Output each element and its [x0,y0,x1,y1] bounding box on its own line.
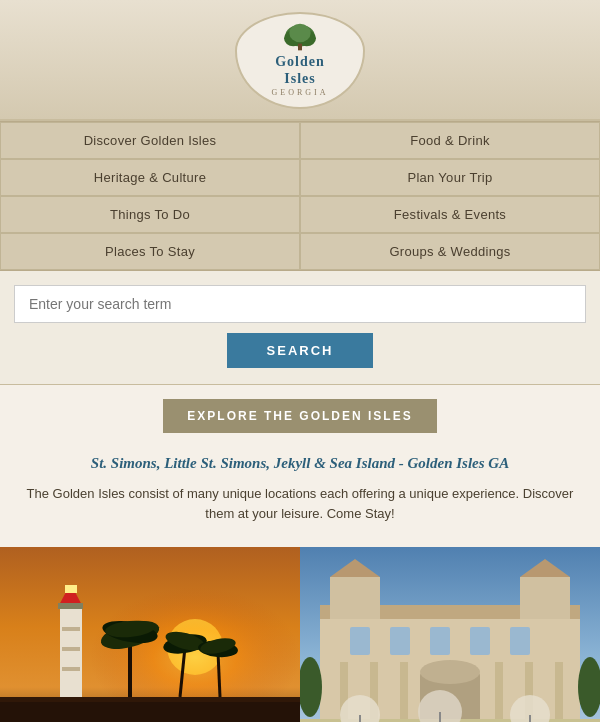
svg-rect-44 [495,662,503,722]
search-input[interactable] [14,285,586,323]
main-nav: Discover Golden Isles Food & Drink Herit… [0,121,600,271]
content-section: St. Simons, Little St. Simons, Jekyll & … [0,449,600,536]
nav-item-festivals[interactable]: Festivals & Events [300,196,600,233]
logo-title: Golden Isles [275,54,325,88]
svg-rect-43 [400,662,408,722]
svg-rect-4 [298,44,302,51]
svg-point-40 [420,660,480,684]
svg-rect-51 [439,712,441,722]
svg-rect-46 [555,662,563,722]
svg-rect-9 [60,607,82,697]
nav-item-places[interactable]: Places To Stay [0,233,300,270]
search-section: SEARCH [0,271,600,385]
nav-item-things[interactable]: Things To Do [0,196,300,233]
mansion-image [300,547,600,722]
svg-rect-36 [430,627,450,655]
tree-icon [280,22,320,52]
nav-item-heritage[interactable]: Heritage & Culture [0,159,300,196]
svg-rect-49 [359,715,361,722]
svg-line-23 [218,652,220,697]
svg-rect-53 [529,715,531,722]
svg-rect-11 [62,647,80,651]
logo-subtitle: GEORGIA [272,88,329,97]
nav-item-plan[interactable]: Plan Your Trip [300,159,600,196]
nav-item-discover[interactable]: Discover Golden Isles [0,122,300,159]
svg-rect-12 [62,667,80,671]
site-header: Golden Isles GEORGIA [0,0,600,121]
svg-rect-15 [58,603,83,609]
explore-button[interactable]: EXPLORE THE GOLDEN ISLES [163,399,436,433]
svg-rect-37 [470,627,490,655]
lighthouse-image [0,547,300,722]
svg-rect-38 [510,627,530,655]
svg-rect-26 [0,702,300,722]
svg-rect-35 [390,627,410,655]
nav-item-groups[interactable]: Groups & Weddings [300,233,600,270]
page-subtitle: St. Simons, Little St. Simons, Jekyll & … [16,453,584,474]
svg-rect-10 [62,627,80,631]
image-grid [0,547,600,722]
svg-rect-30 [330,577,380,619]
svg-rect-14 [65,585,77,593]
explore-section: EXPLORE THE GOLDEN ISLES [0,385,600,449]
nav-item-food[interactable]: Food & Drink [300,122,600,159]
svg-rect-34 [350,627,370,655]
page-description: The Golden Isles consist of many unique … [16,484,584,526]
svg-point-3 [289,24,310,43]
search-button[interactable]: SEARCH [227,333,374,368]
logo[interactable]: Golden Isles GEORGIA [235,12,365,109]
svg-rect-32 [520,577,570,619]
